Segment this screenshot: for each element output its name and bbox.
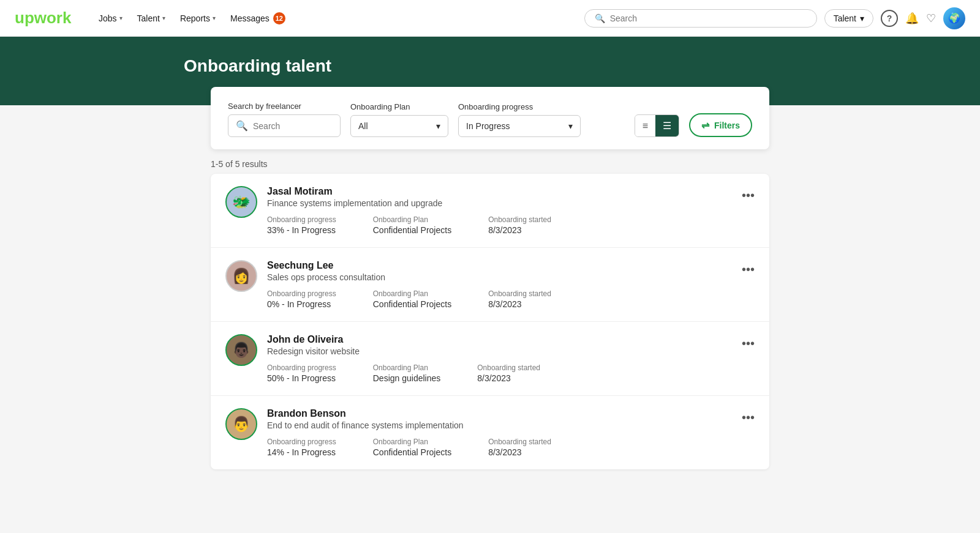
onboarding-plan-value: All — [358, 121, 368, 131]
search-icon: 🔍 — [595, 13, 605, 23]
chevron-down-icon: ▾ — [860, 13, 864, 23]
global-search-bar[interactable]: 🔍 — [584, 9, 817, 28]
chevron-down-icon: ▾ — [568, 121, 573, 131]
chevron-down-icon: ▾ — [162, 15, 165, 21]
page-title: Onboarding talent — [184, 56, 980, 76]
started-label: Onboarding started — [488, 215, 551, 224]
more-options-button[interactable]: ••• — [737, 408, 760, 427]
list-view-compact-button[interactable]: ≡ — [635, 116, 655, 136]
table-row: 👩 Seechung Lee Sales ops process consult… — [211, 248, 769, 322]
upwork-logo[interactable]: upwork — [15, 10, 73, 27]
onboarding-plan-label: Onboarding Plan — [350, 102, 448, 111]
progress-value: 50% - In Progress — [267, 373, 336, 383]
onboarding-plan-select[interactable]: All ▾ — [350, 115, 448, 137]
plan-col: Onboarding Plan Confidential Projects — [373, 289, 451, 309]
table-row: 👨🏿 John de Oliveira Redesign visitor web… — [211, 322, 769, 396]
results-count: 1-5 of 5 results — [211, 149, 769, 174]
main-content: Search by freelancer 🔍 Onboarding Plan A… — [196, 87, 784, 494]
chevron-down-icon: ▾ — [213, 15, 216, 21]
filters-button[interactable]: ⇌ Filters — [689, 113, 752, 137]
onboarding-progress-label: Onboarding progress — [458, 102, 581, 111]
talent-filter-dropdown[interactable]: Talent ▾ — [824, 9, 873, 28]
started-value: 8/3/2023 — [488, 447, 551, 457]
list-view-button[interactable]: ☰ — [655, 115, 679, 136]
favorites-button[interactable]: ♡ — [926, 12, 936, 25]
progress-col: Onboarding progress 50% - In Progress — [267, 363, 336, 383]
search-input[interactable] — [610, 13, 807, 23]
svg-text:upwork: upwork — [15, 10, 72, 27]
progress-col: Onboarding progress 33% - In Progress — [267, 215, 336, 235]
plan-value: Confidential Projects — [373, 447, 451, 457]
progress-value: 0% - In Progress — [267, 299, 336, 309]
help-button[interactable]: ? — [881, 10, 898, 27]
freelancer-name: Jasal Motiram — [267, 186, 755, 197]
started-value: 8/3/2023 — [488, 225, 551, 235]
search-icon: 🔍 — [236, 120, 248, 132]
meta-row: Onboarding progress 50% - In Progress On… — [267, 363, 755, 383]
filter-row: Search by freelancer 🔍 Onboarding Plan A… — [228, 102, 752, 137]
onboarding-plan-group: Onboarding Plan All ▾ — [350, 102, 448, 137]
messages-badge: 12 — [273, 12, 285, 24]
more-options-button[interactable]: ••• — [737, 334, 760, 353]
ellipsis-icon: ••• — [742, 188, 755, 203]
more-options-button[interactable]: ••• — [737, 260, 760, 279]
freelancer-info: Brandon Benson End to end audit of finan… — [267, 408, 755, 457]
onboarding-progress-select[interactable]: In Progress ▾ — [458, 115, 581, 137]
progress-value: 33% - In Progress — [267, 225, 336, 235]
freelancer-search-input-wrapper[interactable]: 🔍 — [228, 114, 341, 137]
avatar: 👨🏿 — [225, 334, 257, 366]
view-toggle: ≡ ☰ — [635, 114, 679, 137]
nav-links: Jobs ▾ Talent ▾ Reports ▾ Messages 12 — [92, 7, 292, 29]
plan-label: Onboarding Plan — [373, 289, 451, 298]
freelancer-search-input[interactable] — [253, 121, 333, 131]
freelancer-info: John de Oliveira Redesign visitor websit… — [267, 334, 755, 383]
progress-col: Onboarding progress 14% - In Progress — [267, 438, 336, 457]
ellipsis-icon: ••• — [742, 263, 755, 277]
plan-col: Onboarding Plan Confidential Projects — [373, 438, 451, 457]
results-table: 🐲 Jasal Motiram Finance systems implemen… — [211, 174, 769, 469]
avatar: 👩 — [225, 260, 257, 292]
bell-icon: 🔔 — [905, 12, 919, 25]
nav-talent[interactable]: Talent ▾ — [131, 9, 172, 28]
avatar: 🐲 — [225, 186, 257, 218]
started-col: Onboarding started 8/3/2023 — [477, 363, 540, 383]
progress-label: Onboarding progress — [267, 438, 336, 446]
heart-icon: ♡ — [926, 12, 936, 25]
help-icon: ? — [881, 10, 898, 27]
onboarding-progress-value: In Progress — [466, 121, 510, 131]
freelancer-title: Sales ops process consultation — [267, 272, 755, 282]
chevron-down-icon: ▾ — [119, 15, 123, 21]
freelancer-info: Jasal Motiram Finance systems implementa… — [267, 186, 755, 235]
plan-value: Design guidelines — [373, 373, 441, 383]
progress-value: 14% - In Progress — [267, 447, 336, 457]
started-col: Onboarding started 8/3/2023 — [488, 289, 551, 309]
started-value: 8/3/2023 — [477, 373, 540, 383]
chevron-down-icon: ▾ — [436, 121, 440, 131]
ellipsis-icon: ••• — [742, 411, 755, 425]
ellipsis-icon: ••• — [742, 337, 755, 351]
avatar: 👨 — [225, 408, 257, 440]
filter-card: Search by freelancer 🔍 Onboarding Plan A… — [211, 87, 769, 149]
filter-icon: ⇌ — [701, 119, 709, 131]
meta-row: Onboarding progress 14% - In Progress On… — [267, 438, 755, 457]
user-avatar[interactable]: 🌍 — [943, 7, 965, 29]
started-label: Onboarding started — [488, 438, 551, 446]
nav-jobs[interactable]: Jobs ▾ — [92, 9, 129, 28]
nav-reports[interactable]: Reports ▾ — [174, 9, 222, 28]
nav-messages[interactable]: Messages 12 — [224, 7, 292, 29]
notifications-button[interactable]: 🔔 — [905, 12, 919, 25]
table-row: 🐲 Jasal Motiram Finance systems implemen… — [211, 174, 769, 248]
plan-value: Confidential Projects — [373, 299, 451, 309]
started-col: Onboarding started 8/3/2023 — [488, 215, 551, 235]
more-options-button[interactable]: ••• — [737, 186, 760, 205]
meta-row: Onboarding progress 0% - In Progress Onb… — [267, 289, 755, 309]
freelancer-title: End to end audit of finance systems impl… — [267, 420, 755, 430]
plan-label: Onboarding Plan — [373, 363, 441, 372]
plan-col: Onboarding Plan Design guidelines — [373, 363, 441, 383]
search-by-freelancer-group: Search by freelancer 🔍 — [228, 102, 341, 137]
freelancer-name: John de Oliveira — [267, 334, 755, 345]
navbar: upwork Jobs ▾ Talent ▾ Reports ▾ Message… — [0, 0, 980, 37]
started-col: Onboarding started 8/3/2023 — [488, 438, 551, 457]
started-label: Onboarding started — [477, 363, 540, 372]
freelancer-name: Brandon Benson — [267, 408, 755, 419]
